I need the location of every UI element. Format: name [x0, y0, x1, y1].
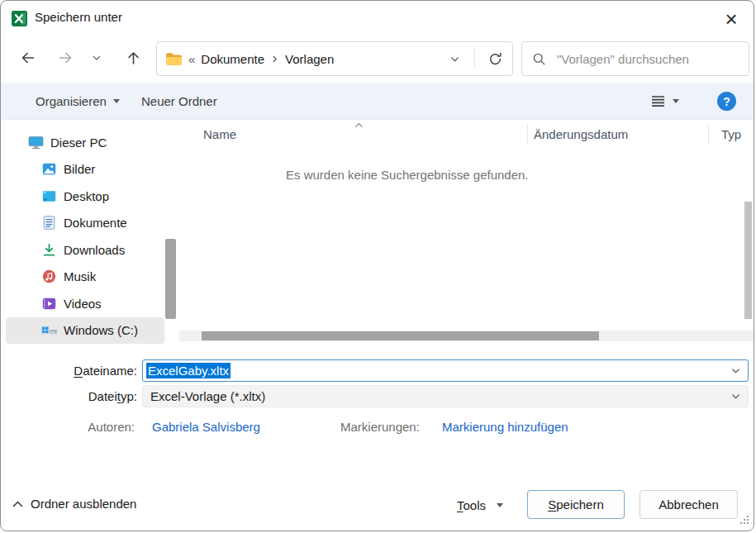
filetype-label: Dateityp: [1, 385, 137, 407]
sidebar-item-dieser-pc[interactable]: Dieser PC [6, 129, 164, 156]
sidebar-item-label: Desktop [64, 189, 109, 203]
sidebar-item-label: Downloads [64, 243, 125, 257]
add-tag-link[interactable]: Markierung hinzufügen [442, 420, 568, 434]
organize-button[interactable]: Organisieren [36, 83, 120, 120]
folder-icon [165, 52, 183, 66]
filename-input[interactable]: ExcelGaby.xltx [142, 359, 749, 382]
help-icon: ? [723, 95, 730, 108]
refresh-icon [488, 52, 502, 66]
search-box[interactable] [521, 41, 749, 76]
chevron-up-icon [12, 501, 23, 507]
up-button[interactable] [117, 42, 149, 74]
caret-down-icon [673, 99, 679, 103]
search-input[interactable] [555, 51, 739, 67]
sort-ascending-icon [354, 117, 364, 131]
sidebar-item-windows-c[interactable]: Windows (C:) [6, 317, 164, 345]
sidebar-item-bilder[interactable]: Bilder [6, 156, 164, 183]
breadcrumb-item-dokumente[interactable]: Dokumente [201, 52, 264, 66]
horizontal-scrollbar-thumb[interactable] [202, 331, 599, 340]
sidebar-item-label: Videos [64, 297, 102, 311]
forward-icon [57, 50, 74, 66]
address-bar[interactable]: « Dokumente Vorlagen [156, 41, 513, 76]
back-button[interactable] [12, 42, 43, 74]
window-title: Speichern unter [35, 10, 122, 24]
vertical-scrollbar-thumb[interactable] [744, 202, 752, 319]
column-header-date[interactable]: Änderungsdatum [534, 127, 628, 141]
sidebar-item-downloads[interactable]: Downloads [6, 236, 164, 264]
hide-folders-button[interactable]: Ordner ausblenden [12, 497, 136, 511]
close-icon: × [725, 7, 737, 32]
column-header-type[interactable]: Typ [721, 127, 741, 141]
sidebar-item-label: Musik [64, 269, 96, 283]
caret-down-icon [497, 503, 503, 507]
horizontal-scrollbar[interactable] [179, 331, 754, 341]
tools-button[interactable]: Tools [457, 498, 503, 512]
divider [474, 48, 475, 69]
save-button[interactable]: Speichern [527, 490, 625, 519]
new-folder-label: Neuer Ordner [141, 94, 217, 108]
videos-icon [40, 297, 58, 310]
chevron-down-icon [449, 54, 460, 64]
organize-label: Organisieren [36, 94, 107, 108]
documents-icon [40, 216, 58, 230]
drive-icon [40, 324, 58, 336]
tools-label: Tools [457, 498, 486, 512]
pc-icon [27, 136, 45, 150]
music-icon [40, 269, 58, 283]
sidebar-item-videos[interactable]: Videos [6, 290, 164, 317]
filetype-select[interactable]: Excel-Vorlage (*.xltx) [142, 385, 749, 407]
downloads-icon [40, 243, 58, 257]
tags-label: Markierungen: [340, 420, 420, 434]
sidebar-item-desktop[interactable]: Desktop [6, 183, 164, 210]
chevron-right-icon [270, 55, 279, 64]
address-dropdown-button[interactable] [440, 44, 468, 74]
chevron-down-icon [730, 391, 741, 402]
sidebar-item-label: Bilder [64, 162, 95, 176]
filetype-value: Excel-Vorlage (*.xltx) [150, 389, 265, 403]
resize-grip-icon[interactable] [739, 513, 749, 527]
filename-value: ExcelGaby.xltx [146, 363, 231, 378]
recent-locations-button[interactable] [86, 42, 107, 74]
chevron-down-icon [92, 53, 102, 63]
sidebar-item-label: Dokumente [64, 216, 127, 230]
list-view-icon [651, 95, 665, 107]
help-button[interactable]: ? [717, 92, 736, 111]
breadcrumb-collapsed[interactable]: « [188, 52, 195, 66]
sidebar-scrollbar[interactable] [165, 239, 176, 319]
cancel-label: Abbrechen [659, 497, 719, 512]
sidebar-item-dokumente[interactable]: Dokumente [6, 210, 164, 237]
filetype-dropdown-button[interactable] [730, 391, 741, 402]
column-divider[interactable] [708, 125, 709, 145]
hide-folders-label: Ordner ausblenden [31, 497, 136, 511]
cancel-button[interactable]: Abbrechen [640, 490, 738, 519]
titlebar: Speichern unter × [1, 1, 754, 37]
navigation-pane: Dieser PC Bilder Desktop Dokumente Downl… [1, 120, 178, 343]
command-toolbar: Organisieren Neuer Ordner ? [1, 83, 754, 120]
column-divider[interactable] [527, 125, 528, 145]
breadcrumb-item-vorlagen[interactable]: Vorlagen [285, 52, 334, 66]
search-icon [532, 52, 546, 66]
up-icon [125, 50, 142, 66]
refresh-button[interactable] [481, 44, 509, 74]
close-button[interactable]: × [711, 2, 751, 36]
author-link[interactable]: Gabriela Salvisberg [152, 420, 260, 434]
back-icon [19, 50, 36, 66]
sidebar-item-musik[interactable]: Musik [6, 264, 164, 291]
chevron-down-icon [730, 365, 741, 376]
sidebar-item-label: Windows (C:) [64, 323, 138, 337]
excel-logo-icon [12, 11, 27, 26]
filename-dropdown-button[interactable] [730, 365, 741, 376]
save-as-dialog: Speichern unter × « Dokumente Vorlagen [0, 0, 754, 531]
filename-label: Dateiname: [1, 359, 137, 382]
authors-label: Autoren: [1, 420, 135, 434]
desktop-icon [40, 190, 58, 202]
sidebar-item-label: Dieser PC [50, 136, 107, 150]
empty-results-message: Es wurden keine Suchergebnisse gefunden. [286, 168, 529, 182]
view-button[interactable] [651, 83, 679, 120]
save-label: Speichern [548, 497, 604, 512]
column-header-name[interactable]: Name [203, 127, 236, 141]
pictures-icon [40, 163, 58, 175]
new-folder-button[interactable]: Neuer Ordner [141, 83, 217, 120]
caret-down-icon [113, 99, 120, 103]
forward-button[interactable] [50, 42, 81, 74]
